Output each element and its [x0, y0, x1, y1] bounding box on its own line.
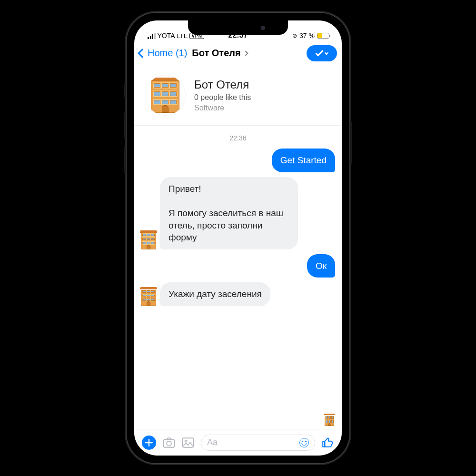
- svg-point-1: [167, 441, 171, 446]
- phone-frame: YOTA LTE VPN 22:37 ⊘ 37 % Home (1): [126, 12, 350, 464]
- mute-switch: [124, 83, 126, 98]
- chevron-left-icon: [138, 49, 147, 58]
- notch: [188, 20, 288, 35]
- input-placeholder: Aa: [207, 437, 218, 447]
- network-label: LTE: [177, 32, 188, 40]
- check-icon: [316, 48, 324, 56]
- carrier-label: YOTA: [158, 32, 175, 40]
- hotel-icon: [141, 230, 156, 249]
- message-bubble: Укажи дату заселения: [160, 282, 270, 306]
- seen-indicator: [325, 414, 334, 426]
- chat-thread[interactable]: 22:36 Get Started: [134, 126, 342, 429]
- done-button[interactable]: [307, 45, 337, 61]
- battery-percent: 37 %: [299, 32, 315, 40]
- hotel-icon: [325, 414, 334, 426]
- message-in[interactable]: Привет! Я помогу заселиться в наш отель,…: [141, 177, 335, 249]
- power-button: [350, 121, 352, 164]
- back-button[interactable]: Home (1): [139, 48, 187, 59]
- message-out[interactable]: Ок: [141, 254, 335, 278]
- volume-down: [124, 146, 126, 174]
- bot-avatar-small: [141, 287, 156, 306]
- hotel-icon: [141, 287, 156, 306]
- nav-header: Home (1) Бот Отеля: [134, 41, 342, 65]
- orientation-lock-icon: ⊘: [292, 32, 297, 39]
- signal-icon: [148, 33, 156, 39]
- plus-icon: [145, 439, 153, 446]
- screen: YOTA LTE VPN 22:37 ⊘ 37 % Home (1): [134, 20, 342, 456]
- camera-icon[interactable]: [163, 437, 175, 448]
- chevron-down-icon: [325, 50, 328, 54]
- message-bubble: Ок: [307, 254, 335, 278]
- chat-title-button[interactable]: Бот Отеля: [192, 48, 247, 59]
- emoji-icon[interactable]: [299, 438, 309, 447]
- chevron-right-icon: [243, 50, 248, 56]
- volume-up: [124, 112, 126, 139]
- profile-header[interactable]: Бот Отеля 0 people like this Software: [134, 65, 342, 126]
- like-icon[interactable]: [322, 436, 334, 449]
- back-label: Home (1): [148, 48, 187, 59]
- profile-category: Software: [194, 104, 251, 112]
- add-button[interactable]: [142, 436, 156, 450]
- message-input[interactable]: Aa: [201, 435, 315, 451]
- svg-point-3: [185, 440, 187, 442]
- message-bubble: Привет! Я помогу заселиться в наш отель,…: [160, 177, 298, 249]
- hotel-icon: [151, 78, 179, 113]
- chat-timestamp: 22:36: [141, 134, 335, 142]
- profile-name: Бот Отеля: [194, 78, 251, 91]
- message-bubble: Get Started: [272, 149, 335, 172]
- bot-avatar: [145, 75, 186, 116]
- message-out[interactable]: Get Started: [141, 149, 335, 172]
- gallery-icon[interactable]: [182, 437, 194, 448]
- profile-likes: 0 people like this: [194, 93, 251, 102]
- svg-rect-2: [182, 438, 194, 447]
- message-in[interactable]: Укажи дату заселения: [141, 282, 335, 306]
- chat-title: Бот Отеля: [192, 48, 240, 59]
- bot-avatar-small: [141, 230, 156, 249]
- battery-icon: [317, 33, 329, 39]
